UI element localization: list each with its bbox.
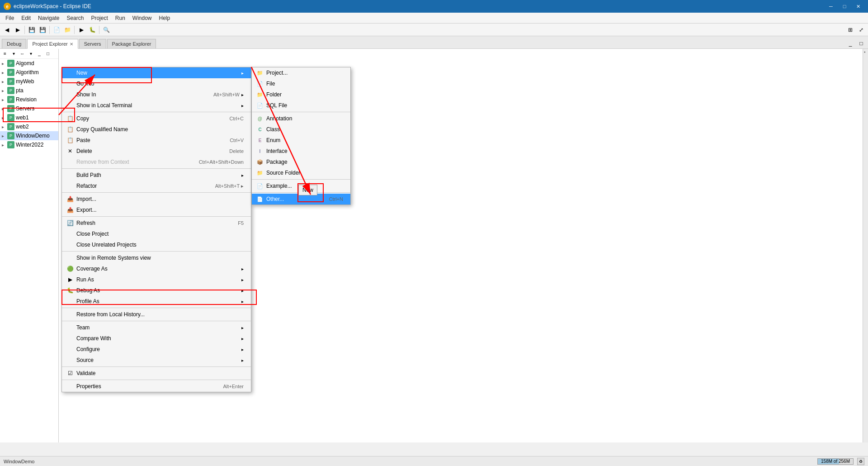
ctx-show-remote[interactable]: Show in Remote Systems view [62,252,251,263]
maximize-view[interactable]: □ [856,38,866,48]
new-popup-button[interactable]: New [298,185,317,195]
sub-file-icon: 📄 [255,80,264,87]
toolbar-debug[interactable]: 🐛 [87,25,97,35]
toolbar-perspective[interactable]: ⊞ [845,25,855,35]
right-panel-btn[interactable]: ▪ [863,49,868,55]
ctx-coverage-as[interactable]: 🟢 Coverage As ▸ [62,263,251,274]
menu-navigate[interactable]: Navigate [34,14,63,22]
sub-annotation-label: Annotation [266,115,292,122]
ctx-compare-with[interactable]: Compare With ▸ [62,333,251,344]
tree-item-revision[interactable]: ▸ P Revision [0,95,58,104]
ctx-compare-with-label: Compare With [76,335,240,342]
sub-folder[interactable]: 📁 Folder [252,89,350,100]
ctx-show-local-terminal[interactable]: Show in Local Terminal ▸ [62,100,251,111]
ctx-build-path[interactable]: Build Path ▸ [62,170,251,181]
tree-item-winter2022[interactable]: ▸ P Winter2022 [0,140,58,149]
maximize-button[interactable]: □ [838,2,851,11]
ctx-source[interactable]: Source ▸ [62,355,251,366]
toolbar-back[interactable]: ◀ [2,25,12,35]
tab-project-explorer[interactable]: Project Explorer ✕ [27,39,78,49]
tree-item-windowdemo[interactable]: ▸ P WindowDemo [0,131,58,140]
menu-help[interactable]: Help [156,14,174,22]
ctx-close-project[interactable]: Close Project [62,228,251,239]
ctx-profile-as-arrow: ▸ [241,299,244,304]
toolbar-maximize[interactable]: ⤢ [856,25,866,35]
close-button[interactable]: ✕ [852,2,864,11]
ctx-validate[interactable]: ☑ Validate [62,368,251,379]
ctx-restore-history[interactable]: Restore from Local History... [62,309,251,320]
sub-source-folder[interactable]: 📁 Source Folder [252,167,350,178]
tab-servers[interactable]: Servers [79,39,106,48]
toolbar-search[interactable]: 🔍 [101,25,111,35]
icon-winter2022: P [7,141,14,148]
gc-button[interactable]: ♻ [857,458,864,465]
ctx-configure[interactable]: Configure ▸ [62,344,251,355]
ctx-profile-as[interactable]: Profile As ▸ [62,296,251,307]
tree-item-myweb[interactable]: ▸ P myWeb [0,77,58,86]
toolbar-run[interactable]: ▶ [76,25,86,35]
ctx-team[interactable]: Team ▸ [62,322,251,333]
ctx-refactor[interactable]: Refactor Alt+Shift+T ▸ [62,181,251,191]
ctx-run-as[interactable]: ▶ Run As ▸ [62,274,251,285]
panel-maximize[interactable]: □ [44,50,52,58]
sub-class[interactable]: C Class [252,124,350,135]
tab-project-explorer-close[interactable]: ✕ [70,42,73,47]
sub-sep-1 [252,112,350,112]
sync-button[interactable]: ↔ [18,50,26,58]
ctx-paste-shortcut: Ctrl+V [230,138,244,143]
sub-interface[interactable]: I Interface [252,146,350,157]
memory-indicator[interactable]: 158M of 256M [817,458,854,465]
ctx-show-in[interactable]: Show In Alt+Shift+W ▸ [62,89,251,100]
tree-item-web2[interactable]: ▸ P web2 [0,122,58,131]
toolbar-save-all[interactable]: 💾 [38,25,47,35]
tree-item-web1[interactable]: ▸ P web1 [0,113,58,122]
tree-item-algomd[interactable]: ▸ P Algomd [0,59,58,68]
ctx-debug-as[interactable]: 🐛 Debug As ▸ [62,285,251,296]
menu-window[interactable]: Window [129,14,156,22]
tab-package-explorer[interactable]: Package Explorer [107,39,156,48]
menu-edit[interactable]: Edit [18,14,34,22]
ctx-go-into[interactable]: Go Into [62,78,251,89]
sub-file[interactable]: 📄 File [252,78,350,89]
view-menu-button[interactable]: ▾ [27,50,35,58]
minimize-button[interactable]: ─ [825,2,837,11]
ctx-export[interactable]: 📤 Export... [62,204,251,215]
toolbar: ◀ ▶ 💾 💾 📄 📁 ▶ 🐛 🔍 ⊞ ⤢ [0,24,868,36]
ctx-delete[interactable]: ✕ Delete Delete [62,146,251,157]
toolbar-new[interactable]: 📄 [52,25,61,35]
menu-project[interactable]: Project [87,14,111,22]
collapse-all-button[interactable]: ≡ [1,50,9,58]
ctx-import[interactable]: 📥 Import... [62,194,251,204]
ctx-copy-qualified[interactable]: 📋 Copy Qualified Name [62,124,251,135]
sub-project[interactable]: 📁 Project... [252,67,350,78]
filter-button[interactable]: ▾ [9,50,18,58]
panel-minimize[interactable]: _ [35,50,43,58]
ctx-copy[interactable]: 📋 Copy Ctrl+C [62,113,251,124]
ctx-sep-5 [62,251,251,252]
ctx-close-unrelated[interactable]: Close Unrelated Projects [62,239,251,250]
tree-item-pta[interactable]: ▸ P pta [0,86,58,95]
menu-search[interactable]: Search [63,14,87,22]
ctx-sep-4 [62,216,251,217]
toolbar-open[interactable]: 📁 [62,25,72,35]
ctx-show-in-shortcut: Alt+Shift+W [213,92,240,97]
sub-annotation[interactable]: @ Annotation [252,113,350,124]
sub-enum[interactable]: E Enum [252,135,350,146]
tree-item-servers[interactable]: ▸ P Servers [0,104,58,113]
minimize-view[interactable]: _ [845,38,855,48]
ctx-refresh[interactable]: 🔄 Refresh F5 [62,218,251,228]
sub-package[interactable]: 📦 Package [252,157,350,167]
toolbar-forward[interactable]: ▶ [13,25,23,35]
tab-debug[interactable]: Debug [2,39,26,48]
ctx-profile-as-label: Profile As [76,298,240,304]
label-web1: web1 [16,114,29,121]
sub-sql-file[interactable]: 📄 SQL File [252,100,350,111]
menu-run[interactable]: Run [112,14,129,22]
tree-item-algorithm[interactable]: ▸ P Algorithm [0,68,58,77]
ctx-new[interactable]: New ▸ [62,67,251,78]
ctx-properties[interactable]: Properties Alt+Enter [62,381,251,392]
ctx-paste[interactable]: 📋 Paste Ctrl+V [62,135,251,146]
icon-revision: P [7,96,14,103]
menu-file[interactable]: File [2,14,18,22]
toolbar-save[interactable]: 💾 [27,25,37,35]
